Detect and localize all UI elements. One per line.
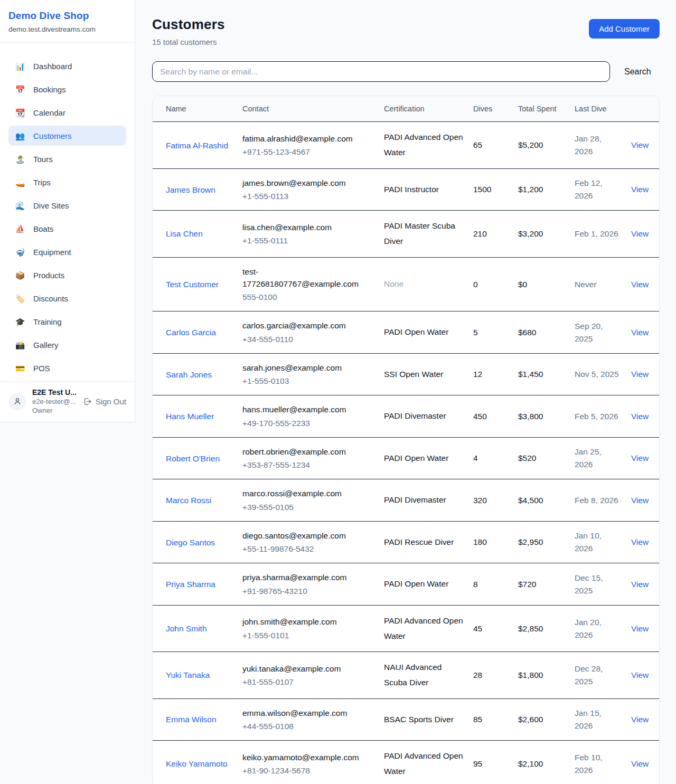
customer-name-link[interactable]: John Smith [166, 624, 207, 633]
customer-total-spent-cell: $1,800 [518, 652, 575, 698]
sidebar-item-dive-sites[interactable]: 🌊 Dive Sites [8, 195, 126, 215]
view-customer-link[interactable]: View [631, 229, 649, 238]
equipment-icon: 🤿 [15, 248, 25, 256]
customer-certification-cell: BSAC Sports Diver [384, 698, 473, 741]
customer-contact-cell: yuki.tanaka@example.com +81-555-0107 [242, 652, 384, 698]
customer-name-link[interactable]: Test Customer [166, 280, 219, 289]
customer-name-link[interactable]: Yuki Tanaka [166, 670, 210, 679]
customer-name-link[interactable]: Fatima Al-Rashid [166, 141, 228, 150]
logout-icon [83, 397, 92, 406]
customer-name-link[interactable]: Diego Santos [166, 538, 215, 547]
customer-name-cell: Keiko Yamamoto [153, 741, 242, 784]
customer-last-dive-cell: Feb 5, 2026 [575, 395, 631, 438]
view-customer-link[interactable]: View [631, 715, 649, 724]
customer-name-link[interactable]: Carlos Garcia [166, 328, 216, 337]
sidebar-item-trips[interactable]: 🚤 Trips [8, 172, 126, 192]
customer-phone: +353-87-555-1234 [242, 459, 374, 471]
customer-total-spent-cell: $680 [518, 311, 575, 354]
sidebar-item-gallery[interactable]: 📸 Gallery [8, 335, 126, 355]
sidebar-item-label: Trips [33, 178, 51, 187]
brand: Demo Dive Shop demo.test.divestreams.com [0, 0, 135, 43]
customer-certification: SSI Open Water [384, 370, 443, 379]
customer-last-dive: Dec 15, 2025 [575, 573, 603, 595]
training-icon: 🎓 [15, 318, 25, 326]
view-customer-link[interactable]: View [631, 185, 649, 194]
sidebar-item-customers[interactable]: 👥 Customers [8, 126, 126, 146]
customers-icon: 👥 [15, 132, 25, 140]
customer-contact-cell: john.smith@example.com +1-555-0101 [242, 605, 384, 651]
customers-table: Name Contact Certification Dives Total S… [153, 96, 659, 784]
customer-certification-cell: PADI Divemaster [384, 479, 473, 522]
customer-row: James Brown james.brown@example.com +1-5… [153, 168, 659, 211]
view-customer-link[interactable]: View [631, 670, 649, 679]
view-customer-link[interactable]: View [631, 370, 649, 379]
sidebar-item-training[interactable]: 🎓 Training [8, 311, 126, 332]
customer-dives-cell: 28 [473, 652, 518, 698]
customer-dives-cell: 45 [473, 605, 518, 651]
view-customer-link[interactable]: View [631, 454, 649, 462]
customer-certification: PADI Open Water [384, 579, 448, 588]
customer-email: marco.rossi@example.com [242, 487, 374, 499]
customer-dives-cell: 320 [473, 479, 518, 522]
view-customer-link[interactable]: View [631, 537, 649, 546]
sidebar-item-dashboard[interactable]: 📊 Dashboard [8, 56, 126, 76]
view-customer-link[interactable]: View [631, 759, 649, 768]
search-input[interactable] [152, 61, 610, 82]
view-customer-link[interactable]: View [631, 412, 649, 421]
customer-name-link[interactable]: Sarah Jones [166, 370, 212, 379]
sidebar-item-boats[interactable]: ⛵ Boats [8, 219, 126, 239]
customer-dives-cell: 210 [473, 211, 518, 257]
sign-out-button[interactable]: Sign Out [83, 397, 126, 406]
customer-certification: PADI Rescue Diver [384, 537, 454, 546]
view-customer-link[interactable]: View [631, 328, 649, 337]
sidebar-item-tours[interactable]: 🏝️ Tours [8, 149, 126, 169]
customer-email: keiko.yamamoto@example.com [242, 751, 374, 763]
customer-name-link[interactable]: Marco Rossi [166, 496, 211, 505]
view-customer-link[interactable]: View [631, 496, 649, 505]
customer-email: robert.obrien@example.com [242, 446, 374, 458]
customer-name-link[interactable]: Emma Wilson [166, 715, 217, 724]
user-email: e2e-tester@... [32, 398, 77, 405]
customer-last-dive: Sep 20, 2025 [575, 322, 603, 343]
customer-name-link[interactable]: Hans Mueller [166, 412, 214, 421]
sidebar-item-products[interactable]: 📦 Products [8, 265, 126, 285]
customer-name-link[interactable]: Robert O'Brien [166, 454, 220, 463]
customer-phone: +1-555-0113 [242, 190, 374, 202]
customer-total-spent-cell: $2,100 [518, 741, 575, 784]
search-button[interactable]: Search [624, 67, 651, 77]
customer-name-link[interactable]: Lisa Chen [166, 229, 203, 238]
customer-total-spent-cell: $5,200 [518, 122, 575, 168]
sidebar-item-discounts[interactable]: 🏷️ Discounts [8, 288, 126, 308]
customer-certification: PADI Divemaster [384, 495, 446, 504]
customer-phone: +39-555-0105 [242, 501, 374, 513]
sidebar-item-calendar[interactable]: 📆 Calendar [8, 102, 126, 122]
user-role: Owner [32, 407, 77, 414]
sidebar-item-pos[interactable]: 💳 POS [8, 358, 126, 378]
customer-total-spent-cell: $4,500 [518, 479, 575, 522]
view-customer-link[interactable]: View [631, 624, 649, 633]
customer-name-cell: Test Customer [153, 257, 242, 311]
view-customer-link[interactable]: View [631, 140, 649, 149]
customer-certification: PADI Advanced Open Water [384, 616, 463, 640]
view-customer-link[interactable]: View [631, 280, 649, 289]
customer-last-dive-cell: Jan 10, 2026 [575, 521, 631, 563]
customer-certification-cell: NAUI Advanced Scuba Diver [384, 652, 473, 698]
customer-dives-cell: 4 [473, 437, 518, 479]
customer-last-dive: Jan 15, 2026 [575, 709, 602, 730]
customer-phone: +81-555-0107 [242, 676, 374, 688]
customer-certification: PADI Advanced Open Water [384, 751, 463, 776]
add-customer-button[interactable]: Add Customer [589, 19, 660, 39]
products-icon: 📦 [15, 271, 25, 279]
customer-name-link[interactable]: Priya Sharma [166, 580, 215, 589]
sidebar-item-bookings[interactable]: 📅 Bookings [8, 79, 126, 99]
sidebar-item-equipment[interactable]: 🤿 Equipment [8, 242, 126, 262]
customer-actions-cell: View [631, 652, 659, 698]
customer-name-link[interactable]: Keiko Yamamoto [166, 759, 228, 768]
shop-domain: demo.test.divestreams.com [8, 25, 126, 33]
col-header-dives: Dives [473, 96, 518, 122]
customer-certification: NAUI Advanced Scuba Diver [384, 663, 442, 687]
customer-name-link[interactable]: James Brown [166, 185, 215, 194]
customer-actions-cell: View [631, 437, 659, 479]
view-customer-link[interactable]: View [631, 580, 649, 589]
customer-actions-cell: View [631, 311, 659, 354]
